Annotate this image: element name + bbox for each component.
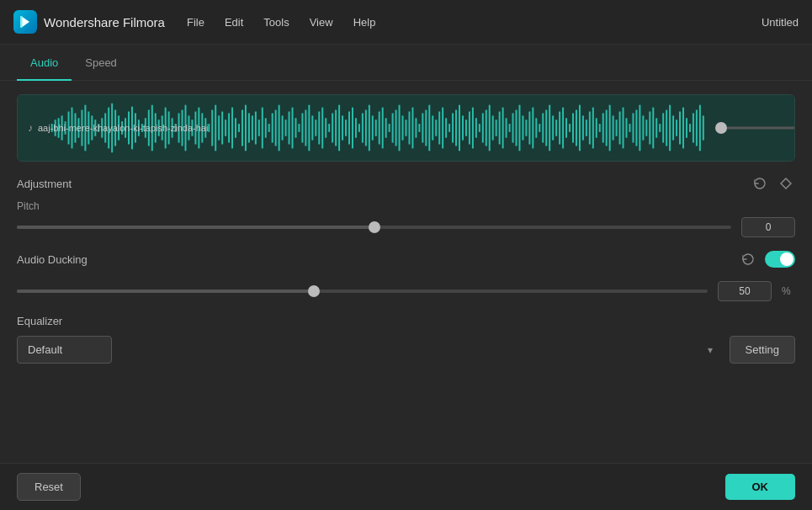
svg-rect-79 — [305, 110, 306, 146]
menu-items: File Edit Tools View Help — [185, 13, 762, 32]
waveform-trim-handle[interactable] — [715, 122, 727, 134]
svg-rect-182 — [649, 112, 650, 145]
menu-file[interactable]: File — [185, 13, 206, 32]
svg-rect-124 — [455, 110, 457, 146]
svg-rect-162 — [582, 115, 584, 140]
svg-rect-160 — [576, 110, 577, 146]
svg-rect-114 — [422, 113, 423, 142]
svg-rect-130 — [475, 118, 477, 137]
pitch-slider-row: 0 — [17, 217, 795, 237]
svg-rect-164 — [589, 112, 591, 145]
svg-rect-153 — [552, 115, 554, 140]
adjustment-header: Adjustment — [17, 175, 795, 192]
svg-rect-57 — [231, 108, 233, 149]
svg-rect-183 — [652, 108, 654, 149]
tab-speed[interactable]: Speed — [72, 45, 130, 81]
menu-help[interactable]: Help — [352, 13, 378, 32]
svg-rect-84 — [321, 108, 323, 149]
svg-rect-161 — [579, 105, 581, 151]
svg-rect-132 — [482, 113, 484, 142]
equalizer-setting-btn[interactable]: Setting — [730, 336, 795, 364]
adjustment-diamond-btn[interactable] — [777, 176, 795, 191]
svg-rect-104 — [389, 124, 390, 132]
svg-rect-90 — [342, 115, 343, 140]
svg-rect-112 — [415, 118, 417, 137]
panel-audio: ♪ aaj-bhi-mere-khayalon-ki-tapish-zinda-… — [0, 81, 812, 463]
svg-rect-181 — [645, 120, 647, 136]
svg-rect-190 — [676, 120, 677, 136]
svg-rect-127 — [465, 120, 467, 136]
audio-ducking-unit: % — [782, 285, 795, 297]
svg-rect-67 — [265, 118, 267, 137]
svg-rect-168 — [602, 113, 604, 142]
svg-rect-140 — [509, 124, 511, 132]
svg-rect-123 — [452, 113, 454, 142]
equalizer-label: Equalizer — [17, 315, 795, 327]
pitch-slider-track[interactable] — [17, 226, 731, 229]
svg-rect-88 — [335, 110, 337, 146]
svg-rect-121 — [445, 118, 447, 137]
pitch-slider-thumb[interactable] — [369, 221, 380, 233]
bottom-bar: Reset OK — [0, 463, 812, 510]
svg-rect-81 — [311, 115, 313, 140]
svg-rect-56 — [228, 113, 230, 142]
menu-view[interactable]: View — [308, 13, 335, 32]
equalizer-select[interactable]: Default Bass Boost Treble Boost Voice En… — [17, 336, 112, 364]
audio-ducking-slider-track[interactable] — [17, 290, 708, 293]
audio-ducking-reset-btn[interactable] — [738, 251, 758, 268]
svg-rect-125 — [459, 105, 460, 151]
svg-rect-82 — [315, 120, 316, 136]
svg-rect-148 — [535, 118, 537, 137]
svg-rect-92 — [348, 112, 350, 145]
svg-rect-128 — [469, 112, 470, 145]
svg-rect-95 — [358, 124, 360, 132]
adjustment-reset-btn[interactable] — [750, 175, 770, 192]
reset-button[interactable]: Reset — [17, 473, 81, 501]
svg-rect-71 — [279, 105, 280, 151]
svg-rect-72 — [282, 115, 284, 140]
svg-rect-1 — [20, 16, 23, 28]
menu-tools[interactable]: Tools — [262, 13, 290, 32]
svg-rect-61 — [245, 105, 247, 151]
svg-marker-199 — [781, 178, 791, 189]
svg-rect-80 — [308, 105, 310, 151]
audio-ducking-thumb[interactable] — [308, 285, 320, 297]
svg-rect-167 — [599, 124, 601, 132]
svg-rect-136 — [496, 120, 497, 136]
menu-edit[interactable]: Edit — [223, 13, 245, 32]
svg-rect-64 — [255, 112, 257, 145]
svg-rect-157 — [565, 118, 567, 137]
svg-rect-105 — [392, 113, 394, 142]
svg-rect-177 — [632, 113, 634, 142]
toggle-knob — [780, 252, 793, 266]
svg-rect-85 — [325, 118, 326, 137]
svg-rect-73 — [285, 120, 287, 136]
svg-rect-116 — [428, 105, 430, 151]
svg-rect-113 — [418, 124, 420, 132]
svg-rect-51 — [211, 110, 213, 146]
svg-rect-150 — [542, 113, 544, 142]
equalizer-section: Equalizer Default Bass Boost Treble Boos… — [17, 315, 795, 364]
svg-rect-147 — [532, 108, 533, 149]
svg-rect-96 — [362, 113, 364, 142]
adjustment-label: Adjustment — [17, 178, 72, 190]
audio-ducking-toggle[interactable] — [765, 251, 795, 268]
menubar: Wondershare Filmora File Edit Tools View… — [0, 0, 812, 45]
svg-rect-59 — [238, 124, 240, 132]
svg-rect-154 — [555, 120, 557, 136]
pitch-value[interactable]: 0 — [741, 217, 795, 237]
svg-rect-138 — [502, 108, 504, 149]
svg-rect-188 — [669, 105, 671, 151]
svg-rect-149 — [539, 124, 540, 132]
audio-ducking-value[interactable]: 50 — [718, 281, 772, 301]
svg-rect-165 — [592, 108, 594, 149]
pitch-slider-fill — [17, 226, 374, 229]
svg-rect-169 — [606, 110, 608, 146]
ok-button[interactable]: OK — [725, 474, 796, 500]
svg-rect-102 — [382, 108, 384, 149]
tab-audio[interactable]: Audio — [17, 45, 72, 81]
svg-rect-60 — [241, 110, 243, 146]
svg-rect-58 — [235, 118, 236, 137]
tabs-bar: Audio Speed — [0, 45, 812, 81]
audio-ducking-actions — [738, 251, 795, 268]
